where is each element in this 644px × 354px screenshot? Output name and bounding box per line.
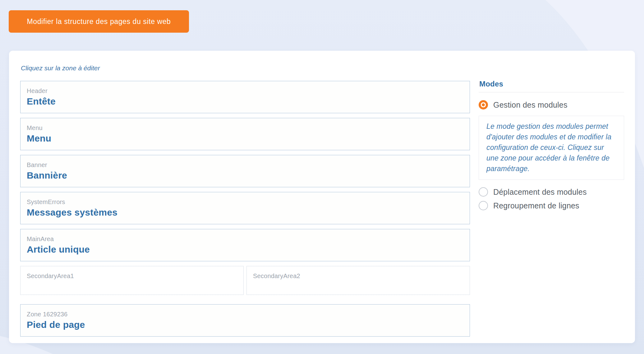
zone-code: MainArea (27, 235, 463, 243)
zone-code: Menu (27, 124, 463, 132)
modes-divider (479, 92, 624, 92)
editor-layout: Header Entête Menu Menu Banner Bannière … (20, 81, 624, 337)
zone-secondary-area-2[interactable]: SecondaryArea2 (246, 266, 470, 295)
radio-unselected-icon[interactable] (479, 201, 488, 210)
zone-code: SystemErrors (27, 198, 463, 206)
zone-footer[interactable]: Zone 1629236 Pied de page (20, 304, 470, 337)
zone-code: Banner (27, 161, 463, 169)
zone-code: SecondaryArea1 (27, 272, 237, 280)
zone-title: Entête (27, 96, 463, 107)
zone-system-errors[interactable]: SystemErrors Messages systèmes (20, 192, 470, 224)
editor-card: Cliquez sur la zone à éditer Header Entê… (9, 51, 635, 343)
zone-title: Messages systèmes (27, 207, 463, 218)
zones-column: Header Entête Menu Menu Banner Bannière … (20, 81, 470, 337)
zone-code: Zone 1629236 (27, 311, 463, 318)
zone-title: Bannière (27, 170, 463, 181)
mode-option-label: Gestion des modules (493, 100, 568, 109)
zone-title: Menu (27, 133, 463, 144)
mode-option-label: Regroupement de lignes (493, 201, 579, 210)
zone-menu[interactable]: Menu Menu (20, 118, 470, 150)
zone-code: Header (27, 87, 463, 95)
edit-structure-button[interactable]: Modifier la structure des pages du site … (9, 10, 189, 33)
zone-main-area[interactable]: MainArea Article unique (20, 229, 470, 261)
zone-title: Article unique (27, 244, 463, 255)
mode-option-deplacement-des-modules[interactable]: Déplacement des modules (479, 187, 624, 197)
zone-title: Pied de page (27, 319, 463, 330)
secondary-areas-row: SecondaryArea1 SecondaryArea2 (20, 266, 470, 300)
zone-secondary-area-1[interactable]: SecondaryArea1 (20, 266, 244, 295)
zone-header[interactable]: Header Entête (20, 81, 470, 113)
zone-code: SecondaryArea2 (253, 272, 463, 280)
mode-description: Le mode gestion des modules permet d'ajo… (479, 116, 624, 180)
page-structure-editor-screen: Modifier la structure des pages du site … (0, 0, 644, 354)
modes-panel: Modes Gestion des modules Le mode gestio… (479, 81, 624, 215)
radio-selected-icon[interactable] (479, 100, 488, 109)
zone-banner[interactable]: Banner Bannière (20, 155, 470, 187)
mode-option-gestion-des-modules[interactable]: Gestion des modules (479, 100, 624, 109)
mode-option-regroupement-de-lignes[interactable]: Regroupement de lignes (479, 201, 624, 210)
instruction-text: Cliquez sur la zone à éditer (21, 64, 624, 72)
radio-unselected-icon[interactable] (479, 187, 488, 197)
mode-option-label: Déplacement des modules (493, 188, 587, 197)
modes-heading: Modes (479, 80, 624, 88)
